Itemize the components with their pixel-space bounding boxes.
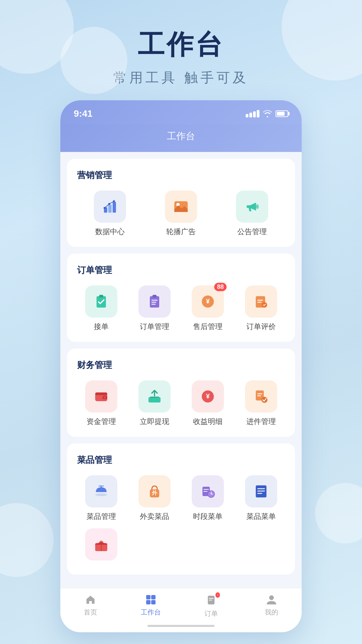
svg-point-3 xyxy=(104,207,106,209)
menu-item-advance-management[interactable]: 进件管理 xyxy=(237,380,285,427)
marketing-grid: 数据中心 轮播广告 xyxy=(77,191,285,237)
finance-section: 财务管理 资金管理 xyxy=(67,348,295,437)
app-nav-bar: 工作台 xyxy=(60,124,302,152)
wifi-icon xyxy=(263,110,272,117)
svg-rect-1 xyxy=(108,205,112,213)
fund-management-label: 资金管理 xyxy=(86,417,116,427)
menu-item-box[interactable] xyxy=(77,528,125,565)
tab-workspace[interactable]: 工作台 xyxy=(121,594,181,618)
menu-item-withdraw[interactable]: 立即提现 xyxy=(130,380,178,427)
announcement-icon-wrap xyxy=(236,191,268,223)
bg-decoration-2 xyxy=(60,27,127,94)
tab-profile[interactable]: 我的 xyxy=(241,594,302,618)
dish-list-label: 菜品菜单 xyxy=(246,512,276,522)
svg-point-25 xyxy=(104,397,106,398)
orders-tab-badge: · xyxy=(216,592,220,598)
menu-item-takeout-dish[interactable]: 外 外卖菜品 xyxy=(130,475,178,522)
signal-icon xyxy=(246,110,259,117)
tab-profile-label: 我的 xyxy=(265,608,278,617)
bg-decoration-5 xyxy=(0,503,54,577)
status-icons xyxy=(246,110,288,117)
svg-point-4 xyxy=(108,203,110,205)
status-time: 9:41 xyxy=(74,108,93,119)
advance-management-label: 进件管理 xyxy=(246,417,276,427)
svg-rect-37 xyxy=(99,485,104,487)
svg-point-8 xyxy=(256,204,259,209)
chart-icon xyxy=(101,198,119,215)
menu-item-income-detail[interactable]: ¥ 收益明细 xyxy=(184,380,232,427)
phone-content[interactable]: 营销管理 数据中心 xyxy=(60,152,302,588)
svg-rect-55 xyxy=(146,600,150,604)
orders-grid: 接单 订单管理 xyxy=(77,285,285,332)
menu-item-banner-ads[interactable]: 轮播广告 xyxy=(148,191,214,237)
svg-rect-26 xyxy=(148,397,161,402)
menu-item-order-management[interactable]: 订单管理 xyxy=(130,285,178,332)
banner-ads-label: 轮播广告 xyxy=(166,227,196,237)
svg-rect-56 xyxy=(151,600,156,604)
svg-point-5 xyxy=(113,200,115,202)
clipboard-list-icon xyxy=(146,293,163,310)
order-management-label: 订单管理 xyxy=(140,322,169,332)
svg-rect-2 xyxy=(113,202,116,213)
svg-text:¥: ¥ xyxy=(206,392,210,400)
income-detail-icon-wrap: ¥ xyxy=(192,380,224,413)
marketing-title: 营销管理 xyxy=(77,169,285,181)
fund-management-icon-wrap xyxy=(85,380,117,413)
banner-ads-icon-wrap xyxy=(165,191,197,223)
battery-icon xyxy=(276,110,288,117)
menu-item-after-sale[interactable]: ¥ 88 售后管理 xyxy=(184,285,232,332)
tab-orders[interactable]: · 订单 xyxy=(181,594,241,618)
menu-item-receive-order[interactable]: 接单 xyxy=(77,285,125,332)
orders-title: 订单管理 xyxy=(77,264,285,276)
dish-icon xyxy=(93,483,110,500)
menu-item-time-menu[interactable]: 时段菜单 xyxy=(184,475,232,522)
grid-icon xyxy=(145,594,157,606)
orders-section: 订单管理 接单 xyxy=(67,254,295,342)
star-edit-icon xyxy=(252,293,270,310)
dish-management-label: 菜品管理 xyxy=(86,512,116,522)
dish-management-icon-wrap xyxy=(85,475,117,507)
svg-point-60 xyxy=(269,595,274,600)
tab-orders-label: 订单 xyxy=(204,609,218,618)
withdraw-icon-wrap xyxy=(138,380,171,413)
clipboard-check-icon xyxy=(93,293,110,310)
svg-rect-10 xyxy=(99,295,103,298)
finance-grid: 资金管理 立即提现 xyxy=(77,380,285,427)
menu-item-dish-list[interactable]: 菜品菜单 xyxy=(237,475,285,522)
svg-point-34 xyxy=(261,397,267,403)
yen-circle-icon: ¥ xyxy=(199,388,217,405)
svg-text:¥: ¥ xyxy=(206,298,210,305)
announcement-label: 公告管理 xyxy=(237,227,267,237)
data-center-icon-wrap xyxy=(94,191,126,223)
menu-item-fund-management[interactable]: 资金管理 xyxy=(77,380,125,427)
dish-section: 菜品管理 菜品管理 xyxy=(67,443,295,575)
takeout-dish-icon-wrap: 外 xyxy=(138,475,171,507)
dish-title: 菜品管理 xyxy=(77,454,285,466)
tab-home-label: 首页 xyxy=(84,608,97,617)
megaphone-icon xyxy=(243,198,261,215)
after-sale-label: 售后管理 xyxy=(193,322,223,332)
marketing-section: 营销管理 数据中心 xyxy=(67,159,295,247)
tab-workspace-label: 工作台 xyxy=(141,608,161,617)
svg-rect-54 xyxy=(151,595,156,599)
dish-grid: 菜品管理 外 外卖菜品 xyxy=(77,475,285,522)
box-icon xyxy=(93,536,110,553)
svg-rect-53 xyxy=(146,595,150,599)
receive-order-label: 接单 xyxy=(94,322,109,332)
phone-frame: 9:41 工作台 营销管理 xyxy=(60,100,302,632)
menu-item-dish-management[interactable]: 菜品管理 xyxy=(77,475,125,522)
after-sale-badge: 88 xyxy=(214,283,226,291)
menu-item-announcement[interactable]: 公告管理 xyxy=(219,191,285,237)
dish-list-icon-wrap xyxy=(245,475,277,507)
after-sale-icon-wrap: ¥ 88 xyxy=(192,285,224,318)
menu-item-order-review[interactable]: 订单评价 xyxy=(237,285,285,332)
svg-text:外: 外 xyxy=(152,490,158,496)
data-center-label: 数据中心 xyxy=(95,227,125,237)
home-indicator xyxy=(147,625,215,627)
menu-item-data-center[interactable]: 数据中心 xyxy=(77,191,143,237)
takeout-dish-label: 外卖菜品 xyxy=(140,512,169,522)
svg-rect-12 xyxy=(153,295,157,298)
nav-title: 工作台 xyxy=(167,131,195,141)
tab-home[interactable]: 首页 xyxy=(60,594,121,618)
bag-icon: 外 xyxy=(146,483,163,500)
